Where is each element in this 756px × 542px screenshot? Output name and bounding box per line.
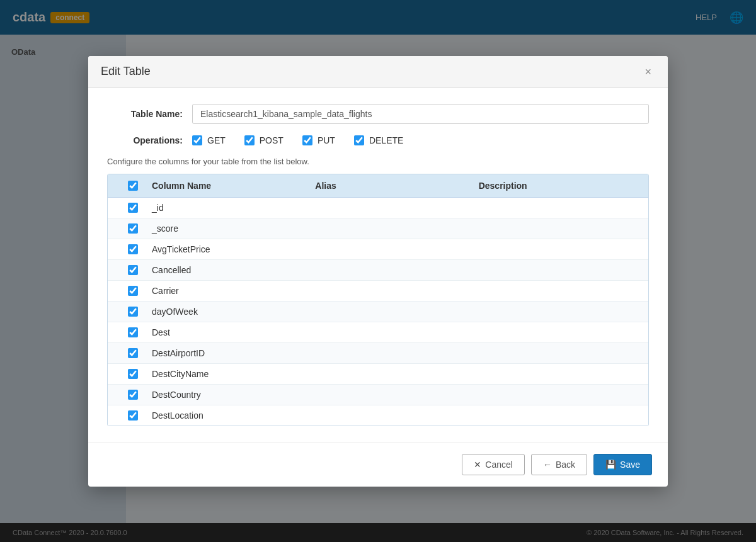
columns-table: Column Name Alias Description _id _score xyxy=(107,174,649,426)
op-get-label: GET xyxy=(207,135,226,145)
col-name-4: Carrier xyxy=(149,286,312,296)
operations-row: Operations: GET POST PUT xyxy=(107,135,649,145)
col-checkbox-3[interactable] xyxy=(128,265,138,275)
col-row-check-10[interactable] xyxy=(117,410,149,421)
modal-overlay: Edit Table × Table Name: Operations: GET xyxy=(0,0,756,542)
modal-body: Table Name: Operations: GET POST xyxy=(88,88,668,442)
table-row: DestCountry xyxy=(108,385,648,405)
col-row-check-6[interactable] xyxy=(117,327,149,337)
col-name-3: Cancelled xyxy=(149,265,312,275)
col-header-description: Description xyxy=(476,181,639,191)
col-name-2: AvgTicketPrice xyxy=(149,244,312,254)
col-checkbox-2[interactable] xyxy=(128,244,138,254)
col-row-check-8[interactable] xyxy=(117,369,149,379)
table-row: DestLocation xyxy=(108,405,648,426)
modal-title: Edit Table xyxy=(101,65,151,78)
op-delete-label: DELETE xyxy=(369,135,403,145)
edit-table-modal: Edit Table × Table Name: Operations: GET xyxy=(88,56,668,487)
save-label: Save xyxy=(620,460,640,470)
table-row: _id xyxy=(108,198,648,218)
col-row-check-7[interactable] xyxy=(117,348,149,358)
col-row-check-4[interactable] xyxy=(117,286,149,296)
op-post-checkbox[interactable] xyxy=(244,135,255,145)
col-checkbox-1[interactable] xyxy=(128,223,138,234)
table-name-label: Table Name: xyxy=(107,109,183,119)
columns-table-header: Column Name Alias Description xyxy=(108,174,648,198)
table-row: dayOfWeek xyxy=(108,302,648,322)
select-all-checkbox[interactable] xyxy=(128,181,138,191)
op-post-label: POST xyxy=(260,135,284,145)
table-row: Carrier xyxy=(108,281,648,302)
col-checkbox-6[interactable] xyxy=(128,327,138,337)
cancel-button[interactable]: ✕ Cancel xyxy=(462,454,525,475)
col-name-7: DestAirportID xyxy=(149,348,312,358)
table-row: _score xyxy=(108,218,648,239)
op-delete-item[interactable]: DELETE xyxy=(354,135,403,145)
col-checkbox-9[interactable] xyxy=(128,390,138,400)
col-row-check-2[interactable] xyxy=(117,244,149,254)
modal-header: Edit Table × xyxy=(88,56,668,88)
operations-label: Operations: xyxy=(107,135,183,145)
table-name-input[interactable] xyxy=(192,104,649,124)
operations-checkboxes: GET POST PUT DELETE xyxy=(192,135,403,145)
table-name-row: Table Name: xyxy=(107,104,649,124)
op-put-item[interactable]: PUT xyxy=(302,135,335,145)
col-header-column-name: Column Name xyxy=(149,181,312,191)
col-row-check-9[interactable] xyxy=(117,390,149,400)
op-delete-checkbox[interactable] xyxy=(354,135,364,145)
col-checkbox-5[interactable] xyxy=(128,307,138,317)
col-name-8: DestCityName xyxy=(149,369,312,379)
back-label: Back xyxy=(556,460,575,470)
back-button[interactable]: ← Back xyxy=(531,454,587,475)
col-row-check-3[interactable] xyxy=(117,265,149,275)
col-row-check-1[interactable] xyxy=(117,223,149,234)
col-name-6: Dest xyxy=(149,327,312,337)
col-name-5: dayOfWeek xyxy=(149,307,312,317)
op-put-checkbox[interactable] xyxy=(302,135,312,145)
col-header-alias: Alias xyxy=(312,181,475,191)
col-checkbox-0[interactable] xyxy=(128,203,138,213)
col-name-9: DestCountry xyxy=(149,390,312,400)
col-name-10: DestLocation xyxy=(149,410,312,421)
col-checkbox-8[interactable] xyxy=(128,369,138,379)
columns-table-body: _id _score AvgTicketPrice Cancelled xyxy=(108,198,648,426)
cancel-icon: ✕ xyxy=(474,460,481,470)
columns-info-text: Configure the columns for your table fro… xyxy=(107,157,649,166)
back-icon: ← xyxy=(543,460,552,470)
op-get-item[interactable]: GET xyxy=(192,135,226,145)
table-row: AvgTicketPrice xyxy=(108,239,648,260)
col-checkbox-7[interactable] xyxy=(128,348,138,358)
col-name-1: _score xyxy=(149,223,312,234)
modal-footer: ✕ Cancel ← Back 💾 Save xyxy=(88,442,668,487)
op-post-item[interactable]: POST xyxy=(244,135,284,145)
col-checkbox-10[interactable] xyxy=(128,410,138,421)
col-row-check-5[interactable] xyxy=(117,307,149,317)
save-button[interactable]: 💾 Save xyxy=(593,454,652,475)
modal-close-button[interactable]: × xyxy=(641,65,655,79)
col-name-0: _id xyxy=(149,203,312,213)
col-checkbox-4[interactable] xyxy=(128,286,138,296)
header-select-all[interactable] xyxy=(117,181,149,191)
table-row: DestAirportID xyxy=(108,343,648,364)
table-row: Dest xyxy=(108,322,648,343)
col-row-check-0[interactable] xyxy=(117,203,149,213)
cancel-label: Cancel xyxy=(485,460,513,470)
op-put-label: PUT xyxy=(318,135,335,145)
op-get-checkbox[interactable] xyxy=(192,135,202,145)
table-row: Cancelled xyxy=(108,260,648,281)
save-icon: 💾 xyxy=(605,460,616,470)
table-row: DestCityName xyxy=(108,364,648,385)
